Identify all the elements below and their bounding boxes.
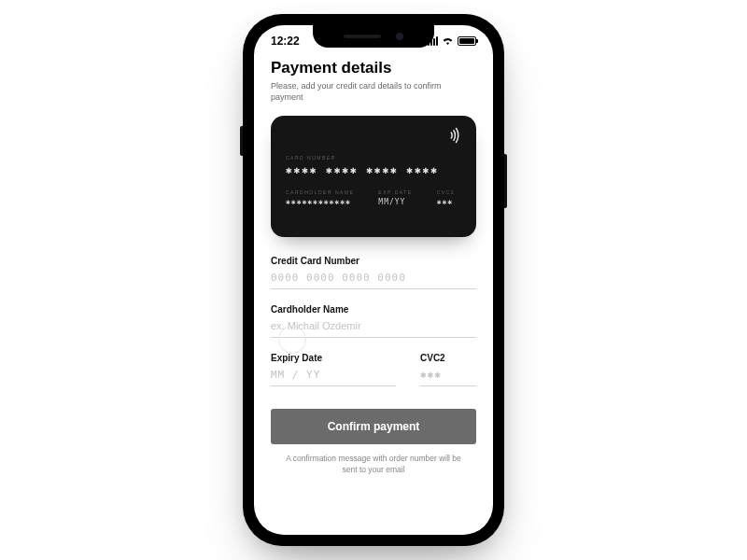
wifi-icon xyxy=(442,35,454,48)
contactless-icon xyxy=(446,127,463,147)
page-subtitle: Please, add your credit card details to … xyxy=(271,80,458,103)
phone-frame: 12:22 Payment details Please, add your c… xyxy=(243,14,504,546)
status-icons xyxy=(428,35,476,48)
cvc-label: CVC2 xyxy=(420,353,476,363)
credit-card-preview: CARD NUMBER ✱✱✱✱ ✱✱✱✱ ✱✱✱✱ ✱✱✱✱ CARDHOLD… xyxy=(271,116,476,237)
confirm-payment-button[interactable]: Confirm payment xyxy=(271,409,476,444)
card-cvc-label: CVC2 xyxy=(437,189,455,195)
expiry-date-label: Expiry Date xyxy=(271,353,396,363)
cardholder-name-input[interactable] xyxy=(271,315,476,338)
notch xyxy=(313,25,434,48)
card-exp-mask: MM/YY xyxy=(378,198,412,206)
card-holder-mask: ✱✱✱✱✱✱✱✱✱✱✱✱ xyxy=(286,198,354,206)
cvc-input[interactable] xyxy=(420,363,476,386)
card-number-label: CARD NUMBER xyxy=(286,155,461,161)
payment-form: Credit Card Number Cardholder Name Expir… xyxy=(271,256,476,476)
battery-icon xyxy=(458,36,476,46)
status-time: 12:22 xyxy=(271,35,300,48)
card-cvc-mask: ✱✱✱ xyxy=(437,198,455,206)
cc-number-label: Credit Card Number xyxy=(271,256,476,266)
cardholder-name-label: Cardholder Name xyxy=(271,304,476,315)
expiry-date-input[interactable] xyxy=(271,363,396,386)
cc-number-input[interactable] xyxy=(271,266,476,289)
card-number-mask: ✱✱✱✱ ✱✱✱✱ ✱✱✱✱ ✱✱✱✱ xyxy=(286,164,461,176)
screen: 12:22 Payment details Please, add your c… xyxy=(254,25,493,535)
card-holder-label: CARDHOLDER NAME xyxy=(286,189,354,195)
card-exp-label: EXP DATE xyxy=(378,189,412,195)
confirmation-note: A confirmation message with order number… xyxy=(271,454,476,476)
page-title: Payment details xyxy=(271,59,476,77)
